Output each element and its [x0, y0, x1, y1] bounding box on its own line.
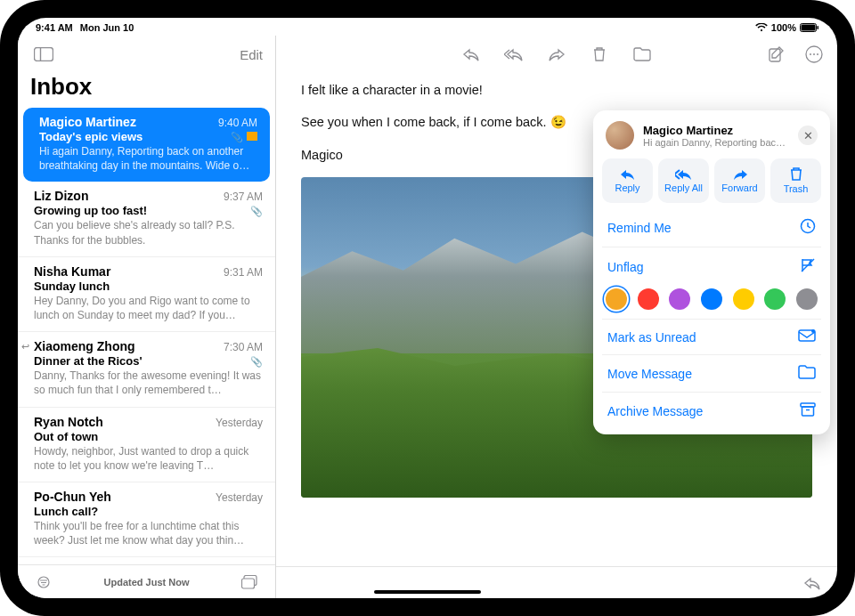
- flag-color-option[interactable]: [638, 288, 659, 310]
- close-icon[interactable]: ✕: [798, 126, 818, 145]
- compose-icon[interactable]: [766, 44, 787, 65]
- forward-button[interactable]: Forward: [714, 158, 765, 203]
- message-list-item[interactable]: Ryan NotchYesterdayOut of townHowdy, nei…: [18, 408, 275, 482]
- message-sender: Liz Dizon: [34, 189, 88, 203]
- message-preview: Hey Danny, Do you and Rigo want to come …: [34, 294, 263, 322]
- mark-unread-row[interactable]: Mark as Unread: [602, 320, 821, 355]
- message-subject: Dinner at the Ricos': [34, 354, 142, 368]
- folder-icon: [798, 365, 816, 382]
- move-message-row[interactable]: Move Message: [602, 355, 821, 393]
- mailbox-title: Inbox: [18, 73, 275, 108]
- status-date: Mon Jun 10: [80, 22, 134, 33]
- edit-button[interactable]: Edit: [240, 47, 263, 62]
- move-icon[interactable]: [631, 44, 653, 65]
- clock-icon: [800, 218, 816, 237]
- message-subject: Sunday lunch: [34, 280, 110, 293]
- message-subject: Growing up too fast!: [34, 204, 147, 217]
- unflag-row[interactable]: Unflag: [602, 247, 821, 281]
- message-time: Yesterday: [216, 417, 263, 429]
- archive-icon: [800, 402, 816, 419]
- message-sender: Xiaomeng Zhong: [34, 339, 135, 353]
- sync-status: Updated Just Now: [104, 577, 190, 588]
- wifi-icon: [755, 23, 768, 32]
- message-time: Yesterday: [216, 491, 263, 504]
- message-list-item[interactable]: Nisha Kumar9:31 AMSunday lunchHey Danny,…: [18, 257, 275, 332]
- svg-point-15: [817, 53, 818, 55]
- remind-me-row[interactable]: Remind Me: [602, 208, 821, 247]
- envelope-icon: [798, 329, 816, 344]
- svg-rect-2: [818, 26, 819, 29]
- reply-button[interactable]: Reply: [602, 158, 653, 203]
- message-preview: Howdy, neighbor, Just wanted to drop a q…: [34, 444, 263, 473]
- popover-preview: Hi again Danny, Reporting back o…: [643, 137, 789, 148]
- battery-icon: [800, 23, 819, 32]
- flag-color-option[interactable]: [733, 288, 754, 310]
- mailbox-sidebar: Edit Inbox Magico Martinez9:40 AMToday's…: [18, 36, 276, 598]
- body-line: I felt like a character in a movie!: [301, 80, 812, 100]
- battery-percent: 100%: [771, 22, 796, 33]
- home-indicator[interactable]: [374, 590, 481, 594]
- message-list-item[interactable]: Magico Martinez9:40 AMToday's epic views…: [23, 108, 270, 182]
- svg-point-13: [810, 53, 811, 55]
- svg-point-14: [813, 53, 815, 55]
- message-subject: Out of town: [34, 430, 98, 443]
- attachment-icon: 📎: [250, 356, 263, 367]
- content-toolbar: •••: [276, 36, 837, 73]
- trash-icon[interactable]: [589, 44, 610, 65]
- filter-button[interactable]: [30, 571, 57, 594]
- message-sender: Magico Martinez: [39, 115, 136, 129]
- flag-color-option[interactable]: [669, 288, 690, 310]
- message-list-item[interactable]: Po-Chun YehYesterdayLunch call?Think you…: [18, 482, 275, 557]
- status-time: 9:41 AM: [36, 22, 73, 33]
- more-icon[interactable]: [803, 44, 825, 65]
- message-sender: Po-Chun Yeh: [34, 490, 111, 504]
- flag-icon: [247, 132, 257, 141]
- svg-point-19: [811, 329, 815, 333]
- message-time: 9:40 AM: [218, 117, 257, 129]
- mailboxes-button[interactable]: [236, 571, 263, 594]
- trash-button[interactable]: Trash: [770, 158, 821, 203]
- svg-rect-3: [35, 48, 53, 61]
- message-preview: Can you believe she's already so tall? P…: [34, 218, 263, 247]
- flag-color-option[interactable]: [764, 288, 786, 310]
- message-preview: Think you'll be free for a lunchtime cha…: [34, 519, 263, 547]
- forward-icon[interactable]: [546, 44, 567, 65]
- attachment-icon: 📎: [231, 132, 243, 142]
- replied-icon: ↩: [21, 341, 29, 353]
- flag-color-option[interactable]: [701, 288, 722, 310]
- svg-rect-1: [802, 25, 816, 31]
- message-sender: Nisha Kumar: [34, 264, 110, 279]
- reply-icon[interactable]: [460, 44, 482, 65]
- status-bar: 9:41 AM Mon Jun 10 100%: [18, 18, 837, 36]
- message-content-pane: ••• I felt like a chara: [276, 36, 837, 598]
- unflag-icon: [800, 257, 816, 276]
- message-list-item[interactable]: ↩Xiaomeng Zhong7:30 AMDinner at the Rico…: [18, 332, 275, 407]
- flag-color-option[interactable]: [796, 288, 818, 310]
- avatar: [606, 121, 634, 150]
- archive-message-row[interactable]: Archive Message: [602, 393, 821, 429]
- message-time: 7:30 AM: [224, 341, 263, 353]
- message-subject: Lunch call?: [34, 505, 98, 518]
- message-time: 9:31 AM: [224, 266, 263, 279]
- popover-sender: Magico Martinez: [643, 124, 789, 137]
- message-subject: Today's epic views: [39, 130, 142, 143]
- flag-color-option[interactable]: [606, 288, 627, 310]
- message-list-item[interactable]: Liz Dizon9:37 AMGrowing up too fast!📎 Ca…: [18, 182, 275, 256]
- message-actions-popover: Magico Martinez Hi again Danny, Reportin…: [593, 110, 830, 434]
- message-time: 9:37 AM: [224, 190, 263, 203]
- message-list[interactable]: Magico Martinez9:40 AMToday's epic views…: [18, 108, 275, 564]
- reply-footer-icon[interactable]: [802, 572, 823, 594]
- message-preview: Hi again Danny, Reporting back on anothe…: [39, 144, 257, 173]
- reply-all-button[interactable]: Reply All: [658, 158, 709, 203]
- reply-all-icon[interactable]: [503, 44, 525, 65]
- message-sender: Ryan Notch: [34, 415, 103, 429]
- svg-rect-21: [802, 407, 814, 416]
- message-preview: Danny, Thanks for the awesome evening! I…: [34, 369, 263, 397]
- sidebar-toggle-button[interactable]: [30, 43, 57, 66]
- svg-rect-10: [241, 579, 254, 588]
- message-list-item[interactable]: Graham McBrideSaturday: [18, 557, 275, 564]
- flag-color-picker[interactable]: [602, 281, 821, 320]
- attachment-icon: 📎: [250, 206, 263, 216]
